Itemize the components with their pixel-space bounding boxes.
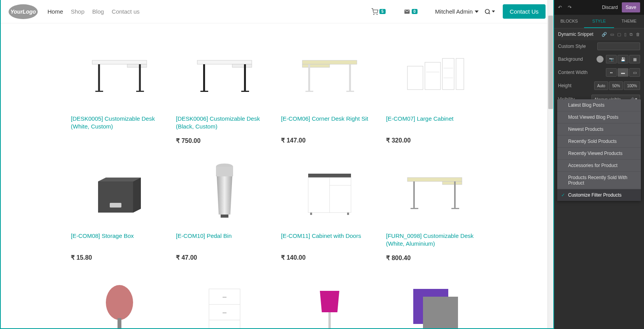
tab-theme[interactable]: THEME <box>614 15 644 28</box>
svg-rect-33 <box>308 174 351 178</box>
svg-line-3 <box>489 13 490 14</box>
product-name: [DESK0005] Customizable Desk (White, Cus… <box>71 115 168 130</box>
background-color[interactable] <box>597 56 604 63</box>
width-narrow[interactable]: ▪▪ <box>606 68 617 77</box>
svg-rect-37 <box>310 213 312 215</box>
filter-option[interactable]: Most Viewed Blog Posts <box>557 111 641 123</box>
product-image <box>176 156 273 226</box>
product-price: ₹ 15.80 <box>71 254 168 261</box>
tablet-icon[interactable]: ▯ <box>624 32 626 37</box>
height-100[interactable]: 100% <box>624 81 640 90</box>
custom-style-input[interactable] <box>597 42 640 50</box>
mobile-icon[interactable]: ▭ <box>610 32 614 37</box>
user-menu[interactable]: Mitchell Admin <box>435 8 479 15</box>
contact-us-button[interactable]: Contact Us <box>503 4 546 19</box>
link-icon[interactable]: 🔗 <box>602 32 607 37</box>
svg-point-2 <box>485 9 490 14</box>
cart-button[interactable]: 5 <box>371 8 386 15</box>
product-image <box>281 39 378 109</box>
width-full[interactable]: ▭ <box>629 68 640 77</box>
mail-button[interactable]: 0 <box>403 9 418 15</box>
svg-rect-40 <box>442 181 462 185</box>
filter-option[interactable]: Accessories for Product <box>557 160 641 172</box>
trash-icon[interactable]: 🗑 <box>636 32 640 37</box>
product-price: ₹ 47.00 <box>176 254 273 261</box>
product-card[interactable] <box>71 273 168 328</box>
product-image <box>71 39 168 109</box>
height-auto[interactable]: Auto <box>594 81 609 90</box>
product-card[interactable]: [E-COM11] Cabinet with Doors ₹ 140.00 <box>281 156 378 262</box>
product-card[interactable]: [E-COM08] Storage Box ₹ 15.80 <box>71 156 168 262</box>
discard-button[interactable]: Discard <box>598 2 622 12</box>
product-image <box>386 156 483 226</box>
logo[interactable]: YourLogo <box>9 4 38 19</box>
product-image <box>176 39 273 109</box>
product-price: ₹ 750.00 <box>176 137 273 144</box>
save-button[interactable]: Save <box>622 2 640 12</box>
filter-option[interactable]: Products Recently Sold With Product <box>557 172 641 189</box>
filter-option[interactable]: Newest Products <box>557 123 641 135</box>
product-name: [E-COM08] Storage Box <box>71 232 168 247</box>
filter-option[interactable]: Customize Filter Products <box>557 189 641 201</box>
height-50[interactable]: 50% <box>609 81 623 90</box>
nav-shop[interactable]: Shop <box>71 8 84 15</box>
svg-rect-8 <box>139 64 141 91</box>
cart-badge: 5 <box>379 9 386 14</box>
svg-rect-4 <box>92 60 147 64</box>
tab-style[interactable]: STYLE <box>584 15 614 28</box>
redo-icon[interactable]: ↷ <box>568 5 572 10</box>
product-price: ₹ 320.00 <box>386 137 483 144</box>
scrollbar[interactable] <box>547 0 553 328</box>
product-card[interactable]: [DESK0006] Customizable Desk (Black, Cus… <box>176 39 273 144</box>
nav-home[interactable]: Home <box>47 8 63 15</box>
nav-blog[interactable]: Blog <box>92 8 104 15</box>
product-image <box>281 273 378 328</box>
bg-save-icon[interactable]: 💾 <box>618 55 628 63</box>
product-name: [FURN_0098] Customizable Desk (White, Al… <box>386 232 483 247</box>
svg-rect-52 <box>328 312 331 328</box>
svg-rect-21 <box>346 91 354 92</box>
svg-point-45 <box>106 285 133 320</box>
product-name: [E-COM07] Large Cabinet <box>386 115 483 130</box>
svg-rect-42 <box>411 208 418 209</box>
svg-rect-54 <box>423 297 458 328</box>
product-price: ₹ 147.00 <box>281 137 378 144</box>
section-title: Dynamic Snippet <box>558 32 593 37</box>
product-card[interactable]: [E-COM10] Pedal Bin ₹ 47.00 <box>176 156 273 262</box>
filter-option[interactable]: Recently Viewed Products <box>557 148 641 160</box>
bg-image-icon[interactable]: 📷 <box>606 55 617 63</box>
svg-rect-18 <box>308 64 310 91</box>
svg-rect-44 <box>451 208 459 209</box>
svg-rect-20 <box>349 64 351 91</box>
filter-option[interactable]: Latest Blog Posts <box>557 99 641 111</box>
copy-icon[interactable]: ⧉ <box>630 32 633 37</box>
product-card[interactable] <box>176 273 273 328</box>
svg-rect-13 <box>200 91 208 92</box>
svg-rect-23 <box>425 62 440 90</box>
custom-style-label: Custom Style <box>558 44 597 49</box>
mail-badge: 0 <box>412 9 418 14</box>
bg-pattern-icon[interactable]: ▦ <box>629 55 640 63</box>
product-card[interactable]: [FURN_0098] Customizable Desk (White, Al… <box>386 156 483 262</box>
undo-icon[interactable]: ↶ <box>558 5 562 10</box>
nav-contact[interactable]: Contact us <box>112 8 140 15</box>
product-card[interactable] <box>281 273 378 328</box>
product-card[interactable]: [E-COM07] Large Cabinet ₹ 320.00 <box>386 39 483 144</box>
svg-rect-14 <box>244 64 246 91</box>
width-medium[interactable]: ▬ <box>618 68 628 77</box>
product-card[interactable]: [E-COM06] Corner Desk Right Sit ₹ 147.00 <box>281 39 378 144</box>
search-button[interactable] <box>484 9 495 15</box>
navbar: YourLogo Home Shop Blog Contact us 5 0 M… <box>1 0 553 23</box>
filter-option[interactable]: Recently Sold Products <box>557 135 641 148</box>
svg-rect-31 <box>216 167 233 176</box>
desktop-icon[interactable]: ▢ <box>617 32 621 37</box>
tab-blocks[interactable]: BLOCKS <box>554 15 584 28</box>
svg-rect-5 <box>127 64 147 67</box>
svg-rect-16 <box>302 60 357 64</box>
product-card[interactable]: [DESK0005] Customizable Desk (White, Cus… <box>71 39 168 144</box>
scrollbar-thumb[interactable] <box>548 16 553 109</box>
svg-rect-46 <box>118 318 121 328</box>
svg-rect-10 <box>197 60 252 64</box>
height-label: Height <box>558 83 594 88</box>
product-card[interactable] <box>386 273 483 328</box>
